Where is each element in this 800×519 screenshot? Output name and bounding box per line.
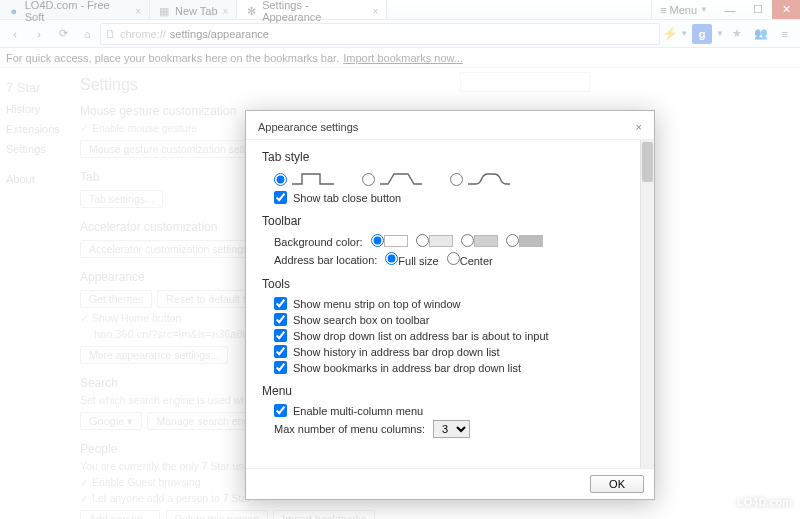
dialog-title: Appearance settings [258,121,358,133]
addr-loc-label: Address bar location: [274,254,377,266]
tool-check-2[interactable]: Show drop down list on address bar is ab… [274,329,638,342]
max-columns-select[interactable]: 3 [433,420,470,438]
dialog-close-button[interactable]: × [636,121,642,133]
menu-heading: Menu [262,384,638,398]
watermark: LO4D.com [711,491,792,513]
ok-button[interactable]: OK [590,475,644,493]
bg-color-option-2[interactable] [416,234,453,249]
show-tab-close-checkbox[interactable]: Show tab close button [274,191,638,204]
tab-style-option-3[interactable] [450,170,512,188]
addr-full-radio[interactable]: Full size [385,252,438,267]
dialog-scrollbar[interactable] [640,140,654,468]
tab-shape-trapezoid-icon [378,170,424,186]
appearance-settings-dialog: Appearance settings × Tab style Show tab… [245,110,655,500]
tab-shape-square-icon [290,170,336,186]
tab-style-heading: Tab style [262,150,638,164]
bg-color-option-4[interactable] [506,234,543,249]
tools-heading: Tools [262,277,638,291]
tab-style-option-1[interactable] [274,170,336,188]
watermark-ring-icon [711,491,733,513]
bg-color-label: Background color: [274,236,363,248]
bg-color-option-1[interactable] [371,234,408,249]
tool-check-0[interactable]: Show menu strip on top of window [274,297,638,310]
addr-center-radio[interactable]: Center [447,252,493,267]
toolbar-heading: Toolbar [262,214,638,228]
multi-column-checkbox[interactable]: Enable multi-column menu [274,404,638,417]
tab-style-option-2[interactable] [362,170,424,188]
tool-check-1[interactable]: Show search box on toolbar [274,313,638,326]
tool-check-3[interactable]: Show history in address bar drop down li… [274,345,638,358]
max-columns-label: Max number of menu columns: [274,423,425,435]
bg-color-option-3[interactable] [461,234,498,249]
watermark-text: LO4D.com [737,496,792,508]
tool-check-4[interactable]: Show bookmarks in address bar drop down … [274,361,638,374]
tab-shape-rounded-icon [466,170,512,186]
